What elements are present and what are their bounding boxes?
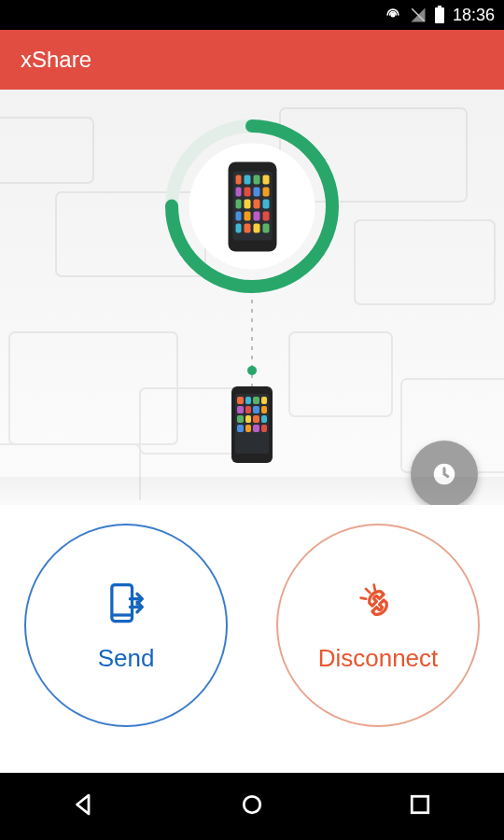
system-nav-bar — [0, 773, 504, 840]
secondary-device-avatar — [196, 372, 308, 477]
action-bar: xShare — [0, 30, 504, 90]
status-bar: 18:36 — [0, 0, 504, 30]
status-time: 18:36 — [453, 6, 495, 25]
back-icon — [70, 791, 98, 819]
app-title: xShare — [21, 47, 91, 73]
phone-illustration-large — [228, 161, 276, 251]
send-icon — [102, 579, 150, 627]
primary-device-progress — [163, 118, 341, 295]
signal-off-icon — [410, 7, 427, 23]
svg-point-0 — [391, 13, 394, 16]
svg-line-18 — [366, 588, 370, 592]
phone-illustration-small — [231, 386, 273, 463]
svg-line-19 — [374, 584, 375, 589]
svg-rect-2 — [435, 7, 444, 23]
svg-line-20 — [361, 597, 366, 598]
svg-point-21 — [244, 796, 260, 813]
battery-icon — [434, 6, 445, 24]
send-button[interactable]: Send — [24, 524, 228, 727]
svg-rect-4 — [0, 118, 93, 183]
main-stage: Send Disconnect — [0, 90, 504, 773]
svg-rect-22 — [412, 796, 428, 813]
disconnect-icon — [354, 579, 402, 627]
nav-back-button[interactable] — [70, 791, 98, 822]
disconnect-button-label: Disconnect — [318, 644, 439, 673]
primary-device-avatar — [189, 144, 315, 270]
svg-rect-3 — [438, 6, 441, 7]
send-button-label: Send — [98, 644, 155, 673]
nav-recent-button[interactable] — [406, 791, 434, 822]
recent-icon — [406, 791, 434, 819]
hotspot-icon — [384, 6, 402, 24]
nav-home-button[interactable] — [238, 791, 266, 822]
action-buttons-row: Send Disconnect — [0, 505, 504, 773]
disconnect-button[interactable]: Disconnect — [276, 524, 480, 727]
stage-fade — [0, 477, 504, 505]
svg-rect-8 — [355, 220, 495, 304]
home-icon — [238, 791, 266, 819]
